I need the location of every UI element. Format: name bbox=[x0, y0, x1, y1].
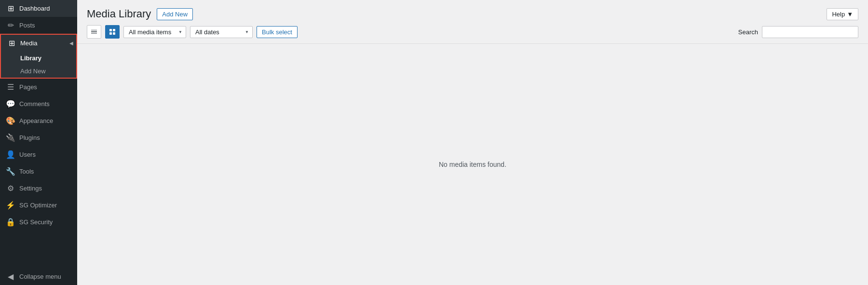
media-label: Media bbox=[20, 40, 37, 47]
sidebar-item-label: Posts bbox=[19, 22, 35, 29]
plugins-icon: 🔌 bbox=[6, 133, 15, 142]
sidebar-item-sg-security[interactable]: 🔒 SG Security bbox=[0, 214, 77, 231]
filter-media-select[interactable]: All media items Images Audio Video Docum… bbox=[123, 26, 186, 38]
toolbar: All media items Images Audio Video Docum… bbox=[77, 20, 868, 44]
sidebar-item-media[interactable]: ⊞ Media ◀ bbox=[1, 35, 76, 52]
page-title-area: Media Library Add New bbox=[87, 8, 193, 20]
help-label: Help bbox=[832, 11, 845, 18]
sidebar-item-label: Users bbox=[19, 151, 36, 158]
list-view-icon bbox=[91, 30, 97, 34]
sidebar-item-sg-optimizer[interactable]: ⚡ SG Optimizer bbox=[0, 197, 77, 214]
help-button[interactable]: Help ▼ bbox=[827, 8, 858, 20]
sidebar-item-plugins[interactable]: 🔌 Plugins bbox=[0, 129, 77, 146]
settings-icon: ⚙ bbox=[6, 184, 15, 193]
sidebar-item-label: Appearance bbox=[19, 117, 53, 124]
search-input[interactable] bbox=[762, 26, 858, 38]
sidebar-item-tools[interactable]: 🔧 Tools bbox=[0, 163, 77, 180]
filter-media-wrap: All media items Images Audio Video Docum… bbox=[123, 26, 186, 38]
sidebar-item-label: Tools bbox=[19, 168, 34, 175]
sg-security-icon: 🔒 bbox=[6, 217, 15, 227]
media-arrow: ◀ bbox=[69, 41, 73, 46]
sidebar-item-label: Dashboard bbox=[19, 5, 50, 12]
sg-optimizer-icon: ⚡ bbox=[6, 201, 15, 210]
collapse-icon: ◀ bbox=[6, 272, 15, 281]
sidebar-item-label: Comments bbox=[19, 100, 50, 108]
tools-icon: 🔧 bbox=[6, 167, 15, 176]
search-label: Search bbox=[738, 28, 758, 36]
sidebar-item-pages[interactable]: ☰ Pages bbox=[0, 79, 77, 95]
topbar: Media Library Add New Help ▼ bbox=[77, 0, 868, 20]
collapse-menu-item[interactable]: ◀ Collapse menu bbox=[0, 268, 77, 285]
sidebar-item-appearance[interactable]: 🎨 Appearance bbox=[0, 112, 77, 129]
sidebar-item-dashboard[interactable]: Dashboard bbox=[0, 0, 77, 17]
sidebar-item-label: SG Security bbox=[19, 218, 53, 226]
sidebar-item-users[interactable]: 👤 Users bbox=[0, 146, 77, 163]
filter-date-select[interactable]: All dates bbox=[190, 26, 253, 38]
comments-icon: 💬 bbox=[6, 99, 15, 109]
pages-icon: ☰ bbox=[6, 82, 15, 92]
media-group: ⊞ Media ◀ Library Add New bbox=[0, 34, 77, 79]
sidebar-item-label: Settings bbox=[19, 185, 42, 192]
sidebar-item-settings[interactable]: ⚙ Settings bbox=[0, 180, 77, 197]
submenu-item-add-new[interactable]: Add New bbox=[1, 65, 76, 78]
media-icon: ⊞ bbox=[7, 39, 16, 48]
bulk-select-button[interactable]: Bulk select bbox=[257, 26, 298, 38]
sidebar-item-label: Plugins bbox=[19, 134, 40, 141]
empty-message: No media items found. bbox=[439, 161, 506, 168]
sidebar-item-comments[interactable]: 💬 Comments bbox=[0, 95, 77, 112]
dashboard-icon bbox=[6, 4, 15, 13]
help-chevron-icon: ▼ bbox=[847, 11, 853, 18]
collapse-label: Collapse menu bbox=[19, 273, 61, 280]
search-area: Search bbox=[738, 26, 858, 38]
sidebar: Dashboard ✏ Posts ⊞ Media ◀ Library Add … bbox=[0, 0, 77, 285]
users-icon: 👤 bbox=[6, 150, 15, 159]
list-view-button[interactable] bbox=[87, 25, 101, 39]
sidebar-item-label: Pages bbox=[19, 83, 37, 91]
media-submenu: Library Add New bbox=[1, 52, 76, 78]
sidebar-item-label: SG Optimizer bbox=[19, 202, 57, 209]
grid-view-button[interactable] bbox=[105, 25, 120, 39]
content-area: No media items found. bbox=[77, 44, 868, 285]
sidebar-item-posts[interactable]: ✏ Posts bbox=[0, 17, 77, 34]
posts-icon: ✏ bbox=[6, 21, 15, 30]
main-content: Media Library Add New Help ▼ All media i… bbox=[77, 0, 868, 285]
appearance-icon: 🎨 bbox=[6, 116, 15, 125]
submenu-item-library[interactable]: Library bbox=[1, 52, 76, 65]
grid-view-icon bbox=[109, 29, 115, 35]
filter-date-wrap: All dates bbox=[190, 26, 253, 38]
page-title: Media Library bbox=[87, 8, 151, 20]
add-new-button[interactable]: Add New bbox=[157, 8, 193, 20]
